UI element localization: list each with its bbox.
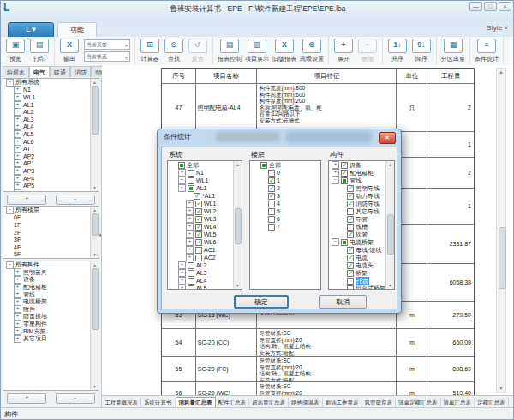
- list-scrollbar[interactable]: ▲▼: [233, 161, 242, 289]
- dialog-tree-item-WL5[interactable]: +WL5: [168, 231, 242, 238]
- tree-item-设备[interactable]: +设备: [3, 276, 99, 284]
- tree-item-AL2[interactable]: +AL2: [3, 108, 99, 116]
- tree-item-5F[interactable]: 5F: [3, 251, 99, 259]
- checkbox-checked[interactable]: [341, 170, 348, 177]
- collapse-toggle-icon[interactable]: −: [332, 177, 339, 184]
- checkbox-off[interactable]: [347, 285, 354, 291]
- expand-toggle-icon[interactable]: +: [186, 200, 194, 207]
- checkbox-off[interactable]: [268, 201, 275, 207]
- dialog-tree-item-AL1[interactable]: −AL1: [168, 184, 242, 192]
- checkbox-partial[interactable]: [188, 185, 194, 192]
- checkbox-checked[interactable]: [347, 231, 354, 238]
- checkbox-off[interactable]: [188, 170, 194, 177]
- scrollbar-thumb[interactable]: [92, 268, 99, 330]
- tree-item-WL1[interactable]: +WL1: [3, 93, 99, 101]
- 降序-button[interactable]: 9↓降序: [409, 38, 433, 64]
- add-component-button[interactable]: +: [7, 393, 46, 404]
- scroll-down-icon[interactable]: ▼: [91, 185, 99, 190]
- collapse-toggle-icon[interactable]: −: [332, 238, 339, 246]
- tree-item-零星构件[interactable]: +零星构件: [3, 321, 99, 328]
- tree-item-防雷接地[interactable]: +防雷接地: [3, 313, 99, 321]
- discipline-tab-消防[interactable]: 消防: [70, 66, 91, 77]
- dropdown-当前页签[interactable]: 当前页签▾: [84, 39, 130, 50]
- checkbox-off[interactable]: [347, 278, 354, 285]
- tree-item-0F[interactable]: 0F: [3, 214, 99, 222]
- scrollbar-thumb[interactable]: [387, 214, 394, 255]
- tree-item-AP6[interactable]: +AP6: [3, 189, 99, 192]
- dialog-tree-item-7[interactable]: 7: [250, 223, 320, 231]
- tree-item-AP3[interactable]: +AP3: [3, 167, 99, 175]
- tree-item-3F[interactable]: 3F: [3, 236, 99, 243]
- scroll-up-icon[interactable]: ▲: [91, 80, 99, 85]
- scroll-up-icon[interactable]: ▲: [91, 207, 99, 213]
- scroll-up-icon[interactable]: ▲: [91, 262, 99, 267]
- ok-button[interactable]: 确定: [234, 295, 289, 309]
- tree-item-4F[interactable]: 4F: [3, 243, 99, 251]
- checkbox-checked[interactable]: [195, 239, 202, 246]
- tree-item-AL1[interactable]: +AL1: [3, 101, 99, 109]
- maximize-icon[interactable]: □: [484, 2, 497, 11]
- tab-function[interactable]: 功能: [57, 22, 97, 38]
- tree-item-AT[interactable]: +AT: [3, 145, 99, 153]
- checkbox-off[interactable]: [188, 285, 194, 291]
- checkbox-partial[interactable]: [341, 177, 348, 184]
- dialog-tree-item-AC2[interactable]: +AC2: [168, 254, 242, 261]
- tree-root[interactable]: −所有构件: [3, 261, 99, 269]
- 展开-button[interactable]: +展开: [332, 38, 356, 64]
- dialog-tree-item-全部[interactable]: 全部: [168, 161, 242, 169]
- expand-toggle-icon[interactable]: +: [186, 223, 194, 231]
- checkbox-off[interactable]: [188, 270, 194, 277]
- checkbox-off[interactable]: [195, 247, 202, 254]
- tree-item-电缆桥架[interactable]: +电缆桥架: [3, 298, 99, 306]
- dialog-tree-item-WL1[interactable]: +WL1: [168, 200, 242, 207]
- dialog-title-bar[interactable]: 条件统计 ×: [158, 129, 401, 146]
- dialog-tree-item-WL6[interactable]: +WL6: [168, 238, 242, 246]
- tree-root[interactable]: −所有楼层: [3, 207, 99, 214]
- checkbox-checked[interactable]: [194, 193, 200, 200]
- discipline-tab-给排水[interactable]: 给排水: [3, 66, 29, 77]
- scrollbar-thumb[interactable]: [235, 208, 242, 244]
- checkbox-off[interactable]: [188, 262, 194, 269]
- 预览-button[interactable]: ▣预览: [3, 38, 27, 64]
- dialog-tree-item-AL3[interactable]: +AL3: [168, 269, 242, 277]
- dialog-tree-item-4[interactable]: 4: [250, 200, 320, 207]
- tree-item-其它项目[interactable]: +其它项目: [3, 335, 99, 343]
- dialog-tree-item-AL2[interactable]: +AL2: [168, 261, 242, 269]
- checkbox-checked[interactable]: [268, 185, 275, 192]
- dialog-tree-item-N1[interactable]: +N1: [168, 169, 242, 177]
- checkbox-off[interactable]: [268, 224, 275, 231]
- add-system-button[interactable]: +: [7, 195, 46, 205]
- 高级设置-button[interactable]: ⊛高级设置: [298, 38, 326, 64]
- checkbox-checked[interactable]: [347, 201, 354, 207]
- checkbox-checked[interactable]: [347, 193, 354, 200]
- dialog-tree-item-WL2[interactable]: +WL2: [168, 207, 242, 215]
- checkbox-partial[interactable]: [178, 162, 185, 169]
- checkbox-off[interactable]: [347, 224, 354, 231]
- expand-toggle-icon[interactable]: +: [186, 215, 194, 223]
- panel-scrollbar[interactable]: ▲▼: [90, 261, 99, 390]
- remove-system-button[interactable]: -: [56, 195, 95, 205]
- scroll-up-icon[interactable]: ▲: [386, 162, 394, 167]
- dialog-tree-item-AL5[interactable]: +AL5: [168, 285, 242, 290]
- dialog-tree-item-0[interactable]: 0: [250, 169, 320, 177]
- checkbox-off[interactable]: [268, 170, 275, 177]
- 查找-button[interactable]: ⊙查找: [162, 38, 186, 64]
- dialog-tree-item-WL1[interactable]: +WL1: [168, 177, 242, 184]
- remove-component-button[interactable]: -: [56, 393, 95, 404]
- expand-toggle-icon[interactable]: +: [178, 285, 186, 290]
- expand-toggle-icon[interactable]: +: [178, 177, 186, 184]
- scroll-down-icon[interactable]: ▼: [497, 386, 505, 391]
- scroll-down-icon[interactable]: ▼: [386, 283, 394, 288]
- checkbox-checked[interactable]: [347, 216, 354, 223]
- cancel-button[interactable]: 取消: [319, 295, 367, 309]
- dialog-tree-item-6[interactable]: 6: [250, 215, 320, 223]
- dialog-tree-item-5[interactable]: 5: [250, 207, 320, 215]
- 升序-button[interactable]: 1↓升序: [386, 38, 409, 64]
- checkbox-checked[interactable]: [347, 262, 354, 269]
- dialog-tree-item-配电箱柜[interactable]: +配电箱柜: [329, 169, 394, 177]
- expand-toggle-icon[interactable]: +: [186, 238, 194, 246]
- scroll-down-icon[interactable]: ▼: [91, 384, 99, 389]
- tree-item-AL4[interactable]: +AL4: [3, 123, 99, 131]
- dialog-tree-item-WL3[interactable]: +WL3: [168, 215, 242, 223]
- collapse-toggle-icon[interactable]: −: [6, 79, 14, 87]
